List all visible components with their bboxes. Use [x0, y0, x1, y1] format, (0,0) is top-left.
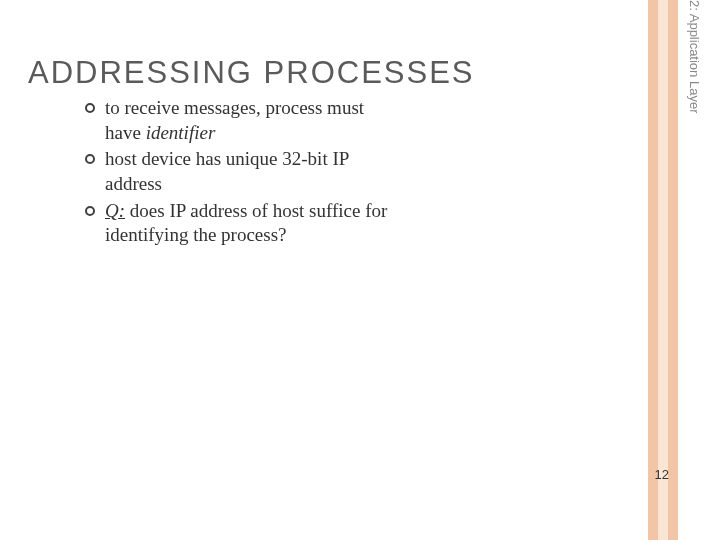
list-item: to receive messages, process must have i…: [85, 96, 395, 145]
side-label: 2: Application Layer: [687, 0, 702, 160]
page-number: 12: [655, 467, 669, 482]
list-item: Q: does IP address of host suffice for i…: [85, 199, 395, 248]
bullet-icon: [85, 103, 95, 113]
slide-title: ADDRESSING PROCESSES: [28, 55, 475, 91]
bullet-text-q: Q:: [105, 200, 125, 221]
bullet-text-post: does IP address of host suffice for iden…: [105, 200, 387, 246]
accent-stripe-left: [648, 0, 658, 540]
bullet-icon: [85, 206, 95, 216]
bullet-text-pre: to receive messages, process must have: [105, 97, 364, 143]
side-accent-bar: [648, 0, 678, 540]
bullet-text: host device has unique 32-bit IP address: [105, 147, 395, 196]
list-item: host device has unique 32-bit IP address: [85, 147, 395, 196]
bullet-text-em: identifier: [146, 122, 216, 143]
bullet-icon: [85, 154, 95, 164]
bullet-text: Q: does IP address of host suffice for i…: [105, 199, 395, 248]
bullet-list: to receive messages, process must have i…: [85, 96, 395, 250]
accent-stripe-mid: [658, 0, 668, 540]
accent-stripe-right: [668, 0, 678, 540]
bullet-text: to receive messages, process must have i…: [105, 96, 395, 145]
bullet-text-pre: host device has unique 32-bit IP address: [105, 148, 349, 194]
slide: ADDRESSING PROCESSES to receive messages…: [0, 0, 720, 540]
